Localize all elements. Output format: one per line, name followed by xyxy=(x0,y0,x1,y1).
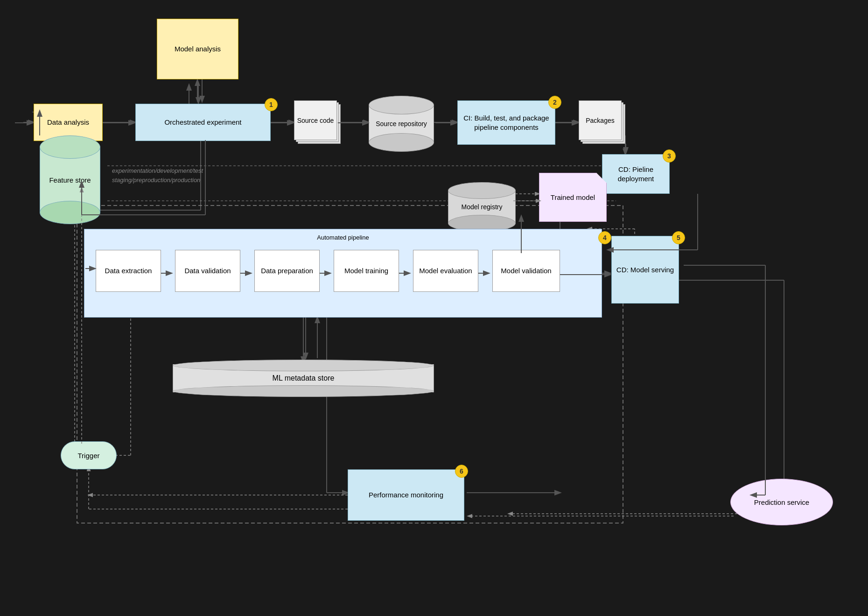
arrow-perf-trigger xyxy=(84,490,355,511)
arrow-orch-featstore xyxy=(40,140,208,227)
source-code-box: Source code xyxy=(294,100,341,145)
arrows-metadata xyxy=(294,318,331,362)
badge-6: 6 xyxy=(455,465,468,478)
arrow-train-eval xyxy=(399,269,413,278)
arrow-valid-prep xyxy=(240,269,254,278)
arrow-repo-ci xyxy=(435,118,460,127)
data-extraction-label: Data extraction xyxy=(105,266,152,276)
badge-2: 2 xyxy=(548,96,561,109)
trigger-label: Trigger xyxy=(78,452,100,460)
diagram: Model analysis Data analysis Orchestrate… xyxy=(0,0,868,616)
arrow-orch-sourcecode xyxy=(271,118,296,127)
ci-build-box: CI: Build, test, and package pipeline co… xyxy=(457,100,555,145)
arrow-packages-cdpipeline xyxy=(621,144,630,156)
ml-metadata-store-label: ML metadata store xyxy=(273,374,335,382)
model-training-label: Model training xyxy=(344,266,388,276)
data-validation-label: Data validation xyxy=(184,266,231,276)
ci-build-label: CI: Build, test, and package pipeline co… xyxy=(458,113,555,132)
arrow-featstore-dataanalysis xyxy=(33,107,75,138)
ml-metadata-store-box: ML metadata store xyxy=(173,360,434,397)
arrow-sourcecode-repo xyxy=(338,118,371,127)
packages-box: Packages xyxy=(579,100,625,145)
arrow-modelanalysis-orch xyxy=(194,79,208,105)
orchestrated-experiment-box: Orchestrated experiment xyxy=(135,104,271,141)
automated-pipeline-label: Automated pipeline xyxy=(317,234,369,242)
arrow-extract-valid xyxy=(161,269,175,278)
source-code-label: Source code xyxy=(297,117,334,124)
trained-model-box: Trained model xyxy=(539,173,607,222)
model-registry-label: Model registry xyxy=(462,203,503,211)
arrow-ci-packages xyxy=(555,118,581,127)
cd-pipeline-label: CD: Pieline deployment xyxy=(602,165,669,183)
performance-monitoring-box: Performance monitoring xyxy=(348,469,464,521)
arrow-eval-valid xyxy=(478,269,492,278)
arrow-dataanalysis-orch xyxy=(103,118,138,127)
data-validation-box: Data validation xyxy=(175,250,240,292)
badge-5: 5 xyxy=(672,231,685,244)
orchestrated-experiment-label: Orchestrated experiment xyxy=(164,118,241,127)
data-preparation-box: Data preparation xyxy=(254,250,320,292)
arrow-cdserving-pred xyxy=(679,262,772,500)
data-extraction-box: Data extraction xyxy=(96,250,161,292)
model-registry-box: Model registry xyxy=(448,182,516,231)
performance-monitoring-label: Performance monitoring xyxy=(369,490,443,500)
cd-model-serving-label: CD: Model serving xyxy=(616,265,674,275)
badge-4: 4 xyxy=(598,231,611,244)
source-repository-label: Source repository xyxy=(376,120,427,127)
source-repository-box: Source repository xyxy=(369,96,434,152)
arrow-prep-train xyxy=(320,269,334,278)
arrow-registry-trained xyxy=(513,187,544,215)
model-evaluation-label: Model evaluation xyxy=(419,266,472,276)
data-preparation-label: Data preparation xyxy=(261,266,313,276)
model-training-box: Model training xyxy=(334,250,399,292)
model-validation-label: Model validation xyxy=(501,266,551,276)
arrow-cdpipeline-autopipeline xyxy=(604,194,709,255)
model-evaluation-box: Model evaluation xyxy=(413,250,478,292)
arrow-pipeline-cdserving xyxy=(602,269,614,278)
model-analysis-box: Model analysis xyxy=(157,19,238,79)
packages-label: Packages xyxy=(586,117,614,124)
trained-model-label: Trained model xyxy=(551,193,595,202)
badge-1: 1 xyxy=(265,98,278,111)
arrow-pred-perf xyxy=(464,511,737,521)
badge-3: 3 xyxy=(663,149,676,163)
model-analysis-label: Model analysis xyxy=(175,44,221,54)
cd-pipeline-box: CD: Pieline deployment xyxy=(602,154,670,194)
arrow-modelvalid-registry xyxy=(513,212,530,257)
